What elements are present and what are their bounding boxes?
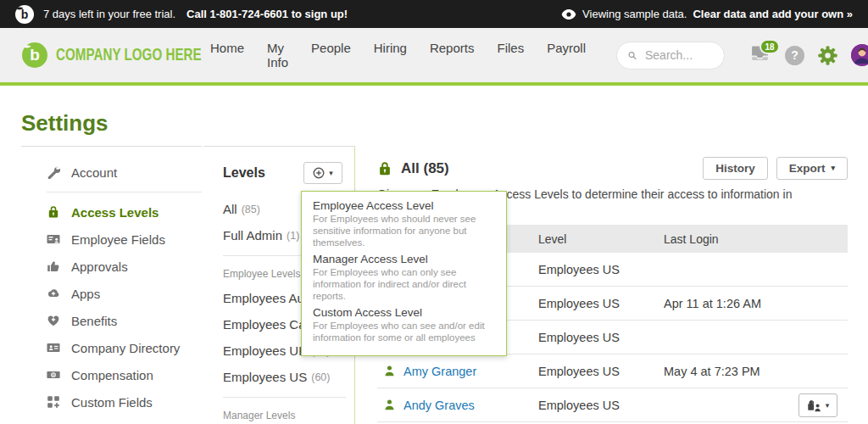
menu-item-description: For Employees who should never see sensi… (313, 213, 495, 248)
sidebar-item-benefits[interactable]: Benefits (21, 307, 202, 334)
level-label: Employees US (223, 370, 307, 384)
grid-plus-icon (47, 395, 60, 409)
sidebar-item-account[interactable]: Account (21, 159, 202, 186)
person-icon (383, 399, 396, 411)
plus-circle-icon (313, 167, 325, 179)
dollar-bill-icon (47, 368, 60, 382)
settings-sidebar: Account Access Levels Employee Fields Ap… (21, 146, 202, 416)
add-level-menu: Employee Access Level For Employees who … (301, 191, 507, 356)
nav-my-info[interactable]: My Info (267, 41, 288, 70)
level-count: (85) (242, 204, 260, 215)
sidebar-item-label: Access Levels (71, 205, 159, 220)
menu-item-title: Employee Access Level (313, 199, 495, 213)
page-title: Settings (21, 110, 108, 137)
nav-home[interactable]: Home (210, 41, 244, 70)
sample-data-banner: Viewing sample data. Clear data and add … (561, 8, 853, 20)
levels-divider (223, 397, 346, 398)
level-label: All (223, 202, 237, 216)
sidebar-item-label: Compensation (71, 368, 153, 382)
main-navbar: b COMPANY LOGO HERE Home My Info People … (0, 28, 868, 86)
menu-item-custom-access-level[interactable]: Custom Access Level For Employees who ca… (313, 306, 495, 343)
menu-item-manager-access-level[interactable]: Manager Access Level For Employees who c… (313, 253, 495, 302)
notification-badge: 18 (760, 39, 780, 54)
menu-item-title: Custom Access Level (313, 306, 495, 320)
directory-card-icon (47, 341, 60, 354)
eye-icon (561, 9, 576, 20)
employee-level: Employees US (538, 263, 664, 276)
export-button[interactable]: Export ▾ (776, 157, 848, 180)
wrench-icon (47, 165, 60, 179)
trial-banner-left: b 7 days left in your free trial. Call 1… (15, 5, 348, 24)
selected-level-title: All (85) (401, 160, 449, 177)
company-logo-text: COMPANY LOGO HERE (56, 45, 176, 65)
employee-level: Employees US (538, 399, 664, 412)
settings-gear-button[interactable] (817, 45, 838, 66)
add-level-button[interactable]: ▾ (303, 162, 342, 184)
menu-item-description: For Employees who can only see informati… (313, 266, 495, 302)
caret-down-icon: ▾ (831, 165, 835, 172)
table-row: Amy Granger Employees US May 4 at 7:23 P… (377, 354, 848, 388)
company-logo-icon: b (22, 42, 47, 68)
sidebar-item-label: Account (71, 165, 117, 180)
user-avatar[interactable] (851, 44, 868, 66)
export-label: Export (789, 162, 826, 175)
sidebar-item-compensation[interactable]: Compensation (21, 361, 202, 388)
nav-links: Home My Info People Hiring Reports Files… (210, 41, 586, 70)
employee-level: Employees US (538, 331, 664, 344)
gear-icon (817, 45, 838, 66)
change-access-level-button[interactable]: ▾ (798, 393, 837, 417)
sidebar-item-custom-fields[interactable]: Custom Fields (21, 388, 202, 416)
sidebar-item-label: Company Directory (71, 341, 180, 355)
sidebar-item-company-directory[interactable]: Company Directory (21, 334, 202, 361)
levels-heading: Levels (223, 165, 265, 181)
sidebar-item-apps[interactable]: Apps (21, 280, 202, 307)
nav-people[interactable]: People (311, 41, 351, 70)
menu-item-title: Manager Access Level (313, 253, 495, 266)
nav-reports[interactable]: Reports (430, 41, 475, 70)
employee-name-link[interactable]: Andy Graves (403, 399, 475, 412)
trial-banner: b 7 days left in your free trial. Call 1… (0, 0, 868, 28)
sidebar-item-label: Apps (71, 287, 100, 301)
column-header-level: Level (538, 232, 664, 246)
menu-item-description: For Employees who can see and/or edit in… (313, 320, 495, 343)
question-mark-icon: ? (791, 48, 798, 62)
caret-down-icon: ▾ (329, 170, 333, 177)
table-row: Andy Graves Employees US ▾ (377, 388, 848, 422)
nav-icons: 18 ? (751, 44, 868, 66)
menu-item-employee-access-level[interactable]: Employee Access Level For Employees who … (313, 199, 495, 248)
sidebar-item-label: Benefits (71, 314, 117, 328)
level-count: (60) (311, 371, 330, 383)
employee-level: Employees US (538, 365, 664, 378)
column-header-last-login: Last Login (664, 232, 848, 246)
search-input[interactable] (643, 47, 713, 63)
sidebar-divider (47, 192, 202, 192)
person-icon (383, 365, 396, 377)
sidebar-item-label: Approvals (71, 259, 128, 274)
level-count: (1) (287, 230, 299, 242)
employee-last-login: Apr 11 at 1:26 AM (664, 297, 848, 310)
sidebar-item-access-levels[interactable]: Access Levels (21, 198, 202, 226)
id-card-icon (47, 232, 60, 246)
search-box (616, 42, 725, 70)
avatar-person-icon (851, 44, 868, 66)
nav-hiring[interactable]: Hiring (374, 41, 407, 70)
caret-down-icon: ▾ (826, 402, 830, 410)
employee-last-login: May 4 at 7:23 PM (664, 365, 848, 378)
sidebar-item-approvals[interactable]: Approvals (21, 253, 202, 280)
help-button[interactable]: ? (785, 46, 804, 65)
employee-name-link[interactable]: Amy Granger (403, 365, 476, 378)
manager-levels-group-label: Manager Levels (223, 404, 354, 424)
history-button[interactable]: History (703, 157, 768, 180)
clear-data-link[interactable]: Clear data and add your own » (693, 8, 853, 20)
nav-payroll[interactable]: Payroll (547, 41, 586, 70)
bamboohr-logo-icon: b (15, 5, 34, 24)
sidebar-item-employee-fields[interactable]: Employee Fields (21, 226, 202, 253)
lock-icon (47, 205, 60, 219)
trial-message: 7 days left in your free trial. (43, 8, 175, 20)
thumbs-up-icon (47, 259, 60, 273)
lock-icon (377, 161, 392, 176)
level-item-employees-us[interactable]: Employees US (60) (223, 364, 354, 390)
company-logo[interactable]: b COMPANY LOGO HERE (22, 42, 207, 68)
nav-files[interactable]: Files (497, 41, 524, 70)
inbox-button[interactable]: 18 (751, 45, 772, 65)
